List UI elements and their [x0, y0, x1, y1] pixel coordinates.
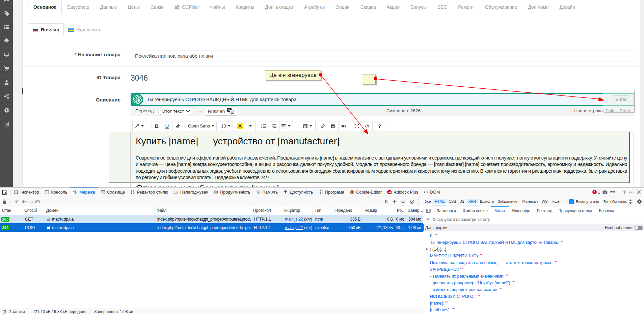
- product-tab[interactable]: Атрибуты: [299, 0, 330, 14]
- sidebar-item-customers[interactable]: [0, 76, 13, 89]
- devtools-tab-console[interactable]: Консоль: [42, 188, 70, 197]
- sidebar-item-dashboard[interactable]: [0, 0, 13, 6]
- type-filter[interactable]: JS: [458, 199, 466, 204]
- form-data-param[interactable]: - изменять порядок или написание: "": [423, 286, 644, 293]
- unordered-list-button[interactable]: [259, 121, 269, 131]
- product-tab[interactable]: Доп.Комп: [522, 0, 554, 14]
- help-button[interactable]: ?: [375, 121, 385, 131]
- search-icon[interactable]: [401, 199, 406, 204]
- eraser-button[interactable]: [172, 121, 183, 131]
- details-tab-cookies[interactable]: Файли cookie: [459, 206, 491, 215]
- sidebar-item-design[interactable]: [0, 48, 13, 62]
- language-tab-ukrainian[interactable]: Українська: [64, 24, 104, 36]
- form-data-param[interactable]: Поклейка наліпок, скла або плівки, , — э…: [423, 259, 644, 266]
- close-icon[interactable]: [636, 190, 641, 195]
- image-button[interactable]: [328, 121, 339, 131]
- devtools-tab-application[interactable]: Програма: [316, 188, 347, 197]
- bold-button[interactable]: B: [152, 121, 162, 131]
- product-tab[interactable]: Опции: [330, 0, 355, 14]
- column-header[interactable]: Ро…: [395, 206, 406, 215]
- url-filter-box[interactable]: Фільтр URL: [14, 199, 41, 204]
- link-button[interactable]: [318, 121, 328, 131]
- throttle-select[interactable]: Без обмежень: [603, 199, 633, 204]
- details-tab-response[interactable]: Відповідь: [509, 206, 533, 215]
- form-data-param[interactable]: ИСПОЛЬЗУЙ СТРОГО:: "": [423, 293, 644, 300]
- type-filter[interactable]: WS: [540, 199, 549, 204]
- sidebar-item-marketing[interactable]: [0, 89, 13, 103]
- devtools-tab-cookie-editor[interactable]: Cookie-Editor: [347, 188, 384, 197]
- form-data-param[interactable]: МАКРОСЫ (КРИТИЧНО): "": [423, 253, 644, 259]
- form-data-param[interactable]: : (14)[…]: [423, 246, 644, 253]
- pick-element-button[interactable]: [0, 188, 9, 197]
- plus-icon[interactable]: [392, 199, 397, 204]
- form-data-param[interactable]: ЗАПРЕЩЕНО:: "": [423, 266, 644, 273]
- product-tab[interactable]: Скидка: [355, 0, 381, 14]
- column-header[interactable]: Завер…: [406, 206, 423, 215]
- translate-source-select[interactable]: Этот текст: [158, 107, 193, 115]
- column-header[interactable]: Спосіб: [22, 206, 44, 215]
- disable-cache-checkbox[interactable]: [569, 199, 574, 204]
- product-tab[interactable]: Акция: [381, 0, 405, 14]
- clear-requests-icon[interactable]: [2, 199, 7, 204]
- paragraph-align-button[interactable]: [279, 121, 293, 131]
- column-header[interactable]: Протокол: [251, 206, 282, 215]
- devtools-tab-dom[interactable]: DOM: [421, 188, 443, 197]
- form-data-param[interactable]: - дополнять (например: "Ноутбук [name]")…: [423, 280, 644, 286]
- block-icon[interactable]: [410, 199, 414, 204]
- type-filter[interactable]: Матеріал: [520, 199, 539, 204]
- sidebar-item-system[interactable]: [0, 103, 13, 117]
- devtools-tab-memory[interactable]: Пам'ять: [253, 188, 280, 197]
- toggle-panel-button[interactable]: [423, 208, 433, 213]
- devtools-tab-accessibility[interactable]: Доступність: [280, 188, 316, 197]
- product-tab[interactable]: Данные: [95, 0, 123, 14]
- form-data-param[interactable]: [name]: "": [423, 300, 644, 307]
- column-header[interactable]: Стан: [0, 206, 22, 215]
- language-tab-russian[interactable]: Russian: [28, 23, 64, 36]
- column-header[interactable]: Тип: [313, 206, 331, 215]
- type-filter[interactable]: HTML: [433, 199, 447, 204]
- raw-toggle-switch[interactable]: [635, 226, 643, 230]
- sidebar-item-reports[interactable]: [0, 117, 13, 131]
- product-tab[interactable]: Доп. вкладки: [260, 0, 298, 14]
- underline-button[interactable]: U: [162, 121, 172, 131]
- column-header[interactable]: Домен: [44, 206, 155, 215]
- font-color-button[interactable]: A: [235, 121, 245, 131]
- ordered-list-button[interactable]: [269, 121, 279, 131]
- params-filter-box[interactable]: Фільтрувати параметри запиту: [423, 215, 644, 224]
- network-request-row-selected[interactable]: 200 POST matrix.dp.ua index.php?route=to…: [0, 223, 423, 232]
- product-tab[interactable]: Бонусы: [405, 0, 432, 14]
- magic-style-button[interactable]: [132, 121, 146, 131]
- video-button[interactable]: [339, 121, 349, 131]
- product-name-input[interactable]: [131, 51, 634, 61]
- column-header[interactable]: Файл: [155, 206, 251, 215]
- sidebar-item-extensions[interactable]: [0, 34, 13, 48]
- type-filter[interactable]: Усе: [423, 199, 432, 204]
- product-tab[interactable]: Основное: [28, 0, 62, 14]
- code-view-button[interactable]: [362, 121, 373, 131]
- screenshot-camera-icon[interactable]: [602, 190, 608, 195]
- details-tab-headers[interactable]: Заголовки: [433, 206, 459, 215]
- product-tab[interactable]: Связи: [145, 0, 169, 14]
- product-tab[interactable]: Ремонт: [453, 0, 479, 14]
- type-filter[interactable]: XHR: [466, 199, 478, 204]
- type-filter[interactable]: CSS: [447, 199, 458, 204]
- form-data-param[interactable]: - заменять их реальными значениями: "": [423, 273, 644, 280]
- product-tab[interactable]: Дизайн: [554, 0, 580, 14]
- initiator-link[interactable]: main.js:22: [285, 217, 303, 222]
- column-header[interactable]: Ініціатор: [282, 206, 313, 215]
- font-color-dropdown[interactable]: [245, 121, 256, 131]
- details-tab-request[interactable]: Запит: [491, 206, 509, 215]
- product-tab[interactable]: OCFilter: [169, 0, 205, 14]
- network-request-row[interactable]: 200 GET matrix.dp.ua index.php?route=too…: [0, 215, 423, 223]
- devtools-tab-storage[interactable]: Сховище: [98, 188, 128, 197]
- details-tab-security[interactable]: Безпека: [595, 206, 617, 215]
- responsive-mode-icon[interactable]: [621, 190, 626, 195]
- error-count-badge[interactable]: !1: [592, 190, 600, 195]
- devtools-tab-debugger[interactable]: Налагоджувач: [171, 188, 211, 197]
- devtools-tab-inspector[interactable]: Інспектор: [11, 188, 42, 197]
- pause-icon[interactable]: [384, 199, 388, 204]
- font-family-select[interactable]: Open Sans: [186, 121, 217, 131]
- type-filter[interactable]: Зображення: [496, 199, 520, 204]
- fullscreen-button[interactable]: [352, 121, 362, 131]
- sidebar-item-products[interactable]: [0, 20, 13, 34]
